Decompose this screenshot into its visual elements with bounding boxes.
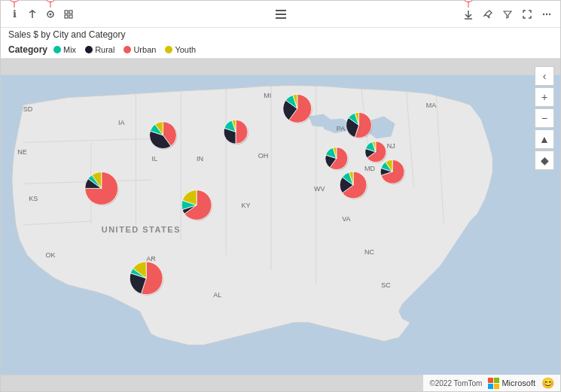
toolbar-right: 1 <box>461 7 554 22</box>
legend-item-youth: Youth <box>165 45 196 54</box>
up-button[interactable] <box>25 7 40 22</box>
ms-sq-red <box>488 378 493 383</box>
map-controls: ‹ + − ▲ ◆ <box>535 66 554 170</box>
legend-dot-youth <box>165 46 172 53</box>
legend-dot-mix <box>53 46 61 53</box>
menu-button[interactable] <box>273 8 288 21</box>
toolbar-left: 2 ℹ 3 <box>7 7 76 22</box>
legend-item-mix: Mix <box>53 45 76 54</box>
legend-item-urban: Urban <box>123 45 156 54</box>
legend-row: Category Mix Rural Urban Youth <box>1 43 560 59</box>
download-btn-wrapper: 1 <box>461 7 476 22</box>
info-button[interactable]: ℹ <box>7 7 22 22</box>
info-btn-wrapper: 2 ℹ <box>7 7 22 22</box>
ms-sq-blue <box>488 384 493 389</box>
annotation-badge-2: 2 <box>8 0 20 2</box>
tomtom-copyright: ©2022 TomTom <box>429 379 482 387</box>
fullscreen-button[interactable] <box>520 7 535 22</box>
expand-button[interactable] <box>61 7 76 22</box>
feedback-emoji-button[interactable]: 😊 <box>541 377 554 389</box>
map-north-button[interactable]: ▲ <box>535 129 554 149</box>
chart-title: Sales $ by City and Category <box>8 29 553 40</box>
map-zoom-out-button[interactable]: − <box>535 108 554 128</box>
svg-rect-3 <box>69 11 72 14</box>
annotation-badge-3: 3 <box>44 0 56 2</box>
legend-dot-rural <box>85 46 93 53</box>
map-zoom-in-button[interactable]: + <box>535 87 554 107</box>
download-button[interactable] <box>461 7 476 22</box>
filter-button[interactable] <box>500 7 515 22</box>
microsoft-logo: Microsoft <box>488 378 535 389</box>
annotation-badge-1: 1 <box>462 0 474 2</box>
legend-label-youth: Youth <box>175 45 196 54</box>
more-button[interactable] <box>539 7 554 22</box>
ms-logo-grid <box>488 378 499 389</box>
focus-button[interactable] <box>43 7 58 22</box>
map-area[interactable]: SD NE KS OK IA IL IN OH MI PA NJ MA WV V… <box>1 59 560 391</box>
legend-dot-urban <box>123 46 131 53</box>
legend-label-urban: Urban <box>133 45 156 54</box>
ms-sq-green <box>494 378 499 383</box>
svg-point-8 <box>546 13 547 14</box>
map-background <box>1 59 560 391</box>
svg-point-1 <box>50 13 52 15</box>
main-container: 2 ℹ 3 1 <box>0 0 561 392</box>
svg-point-7 <box>543 13 544 14</box>
legend-item-rural: Rural <box>85 45 114 54</box>
ms-sq-yellow <box>494 384 499 389</box>
header-row: Sales $ by City and Category <box>1 28 560 43</box>
legend-label-rural: Rural <box>95 45 114 54</box>
map-back-button[interactable]: ‹ <box>535 66 554 86</box>
pin-button[interactable] <box>480 7 495 22</box>
svg-point-9 <box>549 13 550 14</box>
map-footer: ©2022 TomTom Microsoft 😊 <box>423 375 560 391</box>
toolbar-center <box>273 8 288 21</box>
microsoft-label: Microsoft <box>502 378 535 387</box>
svg-rect-2 <box>65 11 68 14</box>
svg-rect-5 <box>69 15 72 18</box>
focus-btn-wrapper: 3 <box>43 7 58 22</box>
svg-rect-4 <box>65 15 68 18</box>
toolbar: 2 ℹ 3 1 <box>1 1 560 28</box>
legend-key: Category <box>8 44 47 55</box>
map-compass-button[interactable]: ◆ <box>535 150 554 170</box>
legend-label-mix: Mix <box>63 45 76 54</box>
